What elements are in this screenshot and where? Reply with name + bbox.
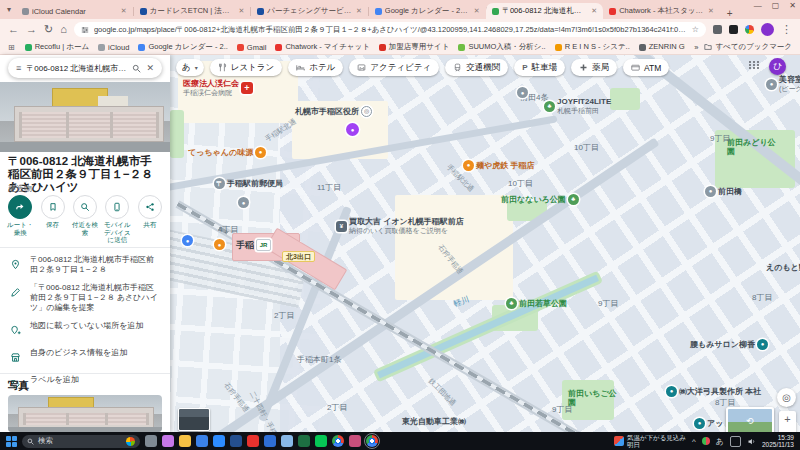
map-label[interactable]: ¥買取大吉 イオン札幌手稲駅前店納得のいく買取価格をご説明を: [336, 217, 464, 235]
back-button[interactable]: ←: [8, 24, 19, 35]
weather-widget[interactable]: 気温が下がる見込み 明日: [614, 434, 686, 448]
chip-restaurants[interactable]: レストラン: [210, 59, 283, 76]
zoom-app-taskbar-icon[interactable]: [213, 435, 225, 447]
directions-button[interactable]: ルート・乗換: [4, 195, 36, 245]
reload-button[interactable]: ↻: [44, 24, 53, 35]
start-button[interactable]: [6, 436, 17, 447]
place-info-row[interactable]: 自身のビジネス情報を追加: [0, 344, 170, 371]
map-label[interactable]: 腰もみサロン柳香●: [690, 339, 768, 350]
street-view-thumbnail[interactable]: ⟲: [726, 407, 774, 432]
task-view-taskbar-icon[interactable]: [145, 435, 157, 447]
maximize-button[interactable]: ▢: [772, 1, 780, 10]
taskbar-search[interactable]: 検索: [22, 435, 140, 448]
map-label[interactable]: ●㈱大洋弓具製作所 本社: [666, 386, 761, 397]
chip-transit[interactable]: 交通機関: [445, 59, 508, 76]
photo-thumbnail[interactable]: [8, 395, 162, 432]
map-label[interactable]: 前田いちご公園: [568, 389, 620, 407]
place-info-row[interactable]: 〒006-0812 北海道札幌市手稲区前田２条９丁目１−２８: [0, 251, 170, 279]
bookmark-item[interactable]: ZENRIN GISパッケージ..: [639, 42, 685, 52]
account-avatar[interactable]: ひ: [769, 58, 786, 75]
chip-parking[interactable]: P 駐車場: [514, 59, 565, 76]
purple-poi-icon[interactable]: ●: [346, 123, 359, 136]
acrobat-taskbar-icon[interactable]: [247, 435, 259, 447]
place-hero-photo[interactable]: [0, 82, 170, 152]
chip-hotels[interactable]: ホテル: [288, 59, 343, 76]
copilot-taskbar-icon[interactable]: [162, 435, 174, 447]
bookmark-star-icon[interactable]: ☆: [692, 25, 699, 34]
ime-indicator[interactable]: あ: [716, 436, 724, 447]
display-tray-icon[interactable]: [730, 436, 741, 447]
tab-close-icon[interactable]: ✕: [708, 7, 714, 15]
extension-icon[interactable]: [713, 25, 722, 34]
map-label[interactable]: ♣JOYFIT24LITE札幌手稲前田: [544, 97, 611, 115]
chrome-taskbar-icon[interactable]: [332, 435, 344, 447]
search-nearby-button[interactable]: 付近を検索: [69, 195, 101, 245]
browser-tab[interactable]: 〒006-0812 北海道札幌市手稲..✕: [486, 3, 603, 19]
search-input[interactable]: 〒006-0812 北海道札幌市手稲: [26, 63, 127, 74]
chip-pharmacies[interactable]: 薬局: [571, 59, 617, 76]
chrome-active-taskbar-icon[interactable]: [366, 435, 378, 447]
tab-close-icon[interactable]: ✕: [591, 7, 597, 15]
map-label[interactable]: ●美容室(ピーグ: [766, 75, 800, 93]
map-label[interactable]: ♣前田若草公園: [506, 298, 567, 309]
close-button[interactable]: ✕: [789, 1, 796, 10]
chip-activities[interactable]: アクティビティ: [349, 59, 439, 76]
maps-search-box[interactable]: ≡ 〒006-0812 北海道札幌市手稲 ✕: [8, 58, 162, 78]
place-info-row[interactable]: 「〒006-0812 北海道札幌市手稲区前田２条９丁目１−２８ あさひハイツ」の…: [0, 279, 170, 317]
street-view-preview[interactable]: [178, 408, 210, 431]
restaurant-poi-icon[interactable]: ●: [214, 239, 225, 250]
bookmark-item[interactable]: iCloud: [98, 42, 129, 52]
tab-close-icon[interactable]: ✕: [238, 7, 244, 15]
tab-search-icon[interactable]: ▾: [2, 5, 16, 14]
bookmark-item[interactable]: SUUMO入稿・分析シ..: [458, 42, 545, 52]
clear-search-icon[interactable]: ✕: [146, 64, 154, 73]
forward-button[interactable]: →: [26, 24, 37, 35]
volume-icon[interactable]: [747, 437, 756, 446]
blue-app-taskbar-icon[interactable]: [230, 435, 242, 447]
map-label[interactable]: ●前田橋: [705, 186, 742, 197]
new-tab-button[interactable]: +: [720, 8, 740, 19]
notepad-taskbar-icon[interactable]: [281, 435, 293, 447]
excel-taskbar-icon[interactable]: [298, 435, 310, 447]
station-entrance-icon[interactable]: ●: [238, 197, 249, 208]
tab-close-icon[interactable]: ✕: [121, 7, 127, 15]
save-button[interactable]: 保存: [37, 195, 69, 245]
profile-avatar[interactable]: [761, 23, 774, 36]
bookmark-item[interactable]: R E I N S - システ..: [555, 42, 630, 52]
map-label[interactable]: てっちゃんの味源●: [188, 147, 266, 158]
menu-hamburger-icon[interactable]: ≡: [16, 64, 21, 73]
imaging-app-taskbar-icon[interactable]: [264, 435, 276, 447]
line-app-taskbar-icon[interactable]: [315, 435, 327, 447]
map-label[interactable]: 東光自動車工業㈱: [402, 417, 466, 426]
minimize-button[interactable]: —: [754, 1, 762, 10]
browser-tab[interactable]: カードレスETCN | 法人カードのお..✕: [134, 3, 251, 19]
tab-close-icon[interactable]: ✕: [474, 7, 480, 15]
send-to-phone-button[interactable]: モバイルデバイスに送信: [101, 195, 133, 245]
map-canvas[interactable]: あ ▾ レストラン ホテル アクティビティ 交通機関: [170, 55, 800, 432]
map-label[interactable]: 前田みどり公園: [727, 138, 779, 156]
map-label[interactable]: 前田なないろ公園♣: [501, 194, 579, 205]
all-bookmarks-button[interactable]: すべてのブックマーク: [704, 42, 792, 52]
bookmark-item[interactable]: Gmail: [237, 42, 267, 52]
bookmarks-overflow-button[interactable]: »: [694, 43, 698, 52]
bookmark-item[interactable]: Recoflu | ホーム: [25, 42, 89, 52]
extension-icon[interactable]: [729, 25, 738, 34]
browser-tab[interactable]: パーチェシングサービス | 法人カード..✕: [251, 3, 368, 19]
supermarket-icon[interactable]: ●: [182, 235, 193, 246]
bookmark-item[interactable]: 加盟店専用サイト: [379, 42, 450, 52]
share-button[interactable]: 共有: [134, 195, 166, 245]
map-label[interactable]: えのもと動物: [766, 263, 800, 272]
map-label[interactable]: 〒手稲駅前郵便局: [214, 178, 283, 189]
apps-shortcut-icon[interactable]: ⊞: [8, 43, 16, 52]
map-label[interactable]: ●麺や虎鉄 手稲店: [463, 160, 534, 171]
taskbar-clock[interactable]: 15:39 2025/11/13: [762, 434, 796, 449]
browser-tab[interactable]: iCloud Calendar✕: [16, 3, 133, 19]
pink-app-taskbar-icon[interactable]: [349, 435, 361, 447]
extension-icon[interactable]: [745, 25, 754, 34]
address-bar[interactable]: google.co.jp/maps/place/〒006-0812+北海道札幌市…: [74, 22, 706, 37]
hidden-icons-chevron[interactable]: ^: [692, 437, 696, 446]
explorer-taskbar-icon[interactable]: [179, 435, 191, 447]
bookmark-item[interactable]: Chatwork - マイチャット: [275, 42, 369, 52]
menu-kebab-icon[interactable]: ⋮: [781, 24, 792, 35]
photos-app-taskbar-icon[interactable]: [196, 435, 208, 447]
